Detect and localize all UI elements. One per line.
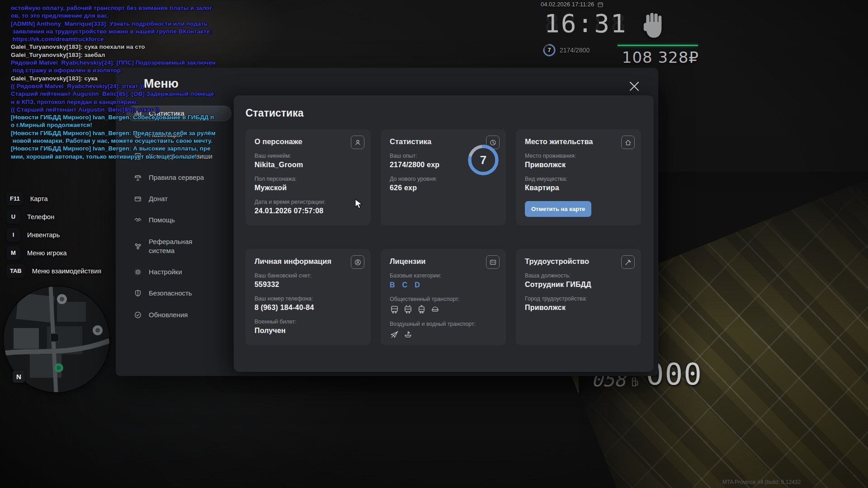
person-icon xyxy=(351,136,364,149)
house-icon xyxy=(621,136,635,149)
field-value: Мужской xyxy=(255,184,362,192)
sidebar-item-donate[interactable]: Донат xyxy=(127,191,231,206)
field-label: Город трудоустройства: xyxy=(525,296,632,302)
chat-message: остойную оплату, рабочий транспорт без в… xyxy=(11,4,216,12)
hud-clock: 88:88 16:31 xyxy=(544,11,627,36)
donate-wallet-icon xyxy=(133,194,142,203)
sidebar-item-help[interactable]: Помощь xyxy=(127,212,231,228)
field-label: Вид имущества: xyxy=(525,176,632,182)
sidebar-item-referral[interactable]: Реферальная система xyxy=(127,234,231,259)
statistics-panel: Статистика О персонаже Ваш никнейм: Niki… xyxy=(234,95,654,372)
key-badge: U xyxy=(6,210,20,224)
plane-crossed-icon xyxy=(390,329,399,339)
field-value: Приволжск xyxy=(525,161,632,169)
hud-level: 7 2174/2800 xyxy=(542,43,590,57)
air-water-licenses xyxy=(390,329,497,339)
chat-message: [Новости ГИБДД Мирного] Ivan_Bergen: А в… xyxy=(11,145,216,152)
sidebar-item-security[interactable]: Безопасность xyxy=(127,286,231,301)
referral-network-icon xyxy=(133,242,142,251)
chat-message: заявления на трудоустройство можно в наш… xyxy=(11,28,216,35)
trolleybus-icon xyxy=(403,305,413,314)
sidebar-item-settings[interactable]: Настройки xyxy=(127,264,231,280)
close-icon[interactable] xyxy=(626,78,643,95)
field-value: Nikita_Groom xyxy=(255,161,362,169)
field-label: Ваша должность: xyxy=(525,272,632,279)
field-label: Ваш банковский счет: xyxy=(255,272,362,279)
sidebar-item-label: Реферальная система xyxy=(149,237,217,256)
card-title: Лицензии xyxy=(390,257,497,266)
level-number: 7 xyxy=(467,144,500,176)
tram-icon xyxy=(417,305,426,314)
hud-level-number: 7 xyxy=(542,43,556,57)
chat-message: ов, то это предложение для вас. xyxy=(11,12,216,19)
key-badge: M xyxy=(6,246,20,260)
chat-message: https://vk.com/dreamtruckforce xyxy=(11,35,216,43)
settings-gear-icon xyxy=(133,267,142,277)
field-value: Приволжск xyxy=(525,304,632,312)
category-d: D xyxy=(415,281,420,289)
keybind-label: Меню взаимодействия xyxy=(32,267,101,275)
mark-on-map-button[interactable]: Отметить на карте xyxy=(525,201,591,217)
field-value: Сотрудник ГИБДД xyxy=(525,281,632,289)
level-progress-ring: 7 xyxy=(467,144,500,176)
sidebar-item-label: Обновления xyxy=(149,310,217,319)
ship-icon xyxy=(403,329,413,339)
field-label: Пол персонажа: xyxy=(255,176,362,182)
support-person-icon xyxy=(351,255,364,269)
page-title: Статистика xyxy=(245,107,642,119)
level-ring: 7 xyxy=(542,43,556,57)
card-title: Место жительства xyxy=(525,137,632,146)
field-label: Ваш опыт: xyxy=(390,153,458,159)
sidebar-item-rules[interactable]: Правила сервера xyxy=(127,170,231,185)
card-residence: Место жительства Место проживания: Приво… xyxy=(516,129,641,225)
keybind-label: Карта xyxy=(30,195,48,202)
security-shield-icon xyxy=(133,289,142,298)
field-label: Базовые категории: xyxy=(390,272,497,279)
chat-message: о г.Мирный продолжается! xyxy=(11,121,216,129)
fuel-pump-icon xyxy=(631,377,639,387)
chat-message: Galei_Turyanovsky[183]: заебал xyxy=(11,51,216,59)
field-value: 2174/2800 exp xyxy=(390,161,458,169)
chat-message: Galei_Turyanovsky[183]: сука поехали на … xyxy=(11,43,216,51)
field-label: Общественный транспорт: xyxy=(390,296,497,302)
chat-message: новой иномарки. Работая у нас, можете ос… xyxy=(11,137,216,145)
id-card-icon xyxy=(486,255,500,269)
key-badge: F11 xyxy=(6,192,24,206)
sidebar-item-label: Помощь xyxy=(149,216,217,225)
card-character: О персонаже Ваш никнейм: Nikita_Groom По… xyxy=(245,129,371,225)
key-badge: I xyxy=(6,228,20,242)
card-title: Трудоустройство xyxy=(525,257,632,266)
chat-message: [ADMIN] Anthony_Manrique[333]: Узнать по… xyxy=(11,20,216,28)
field-label: Воздушный и водный транспорт: xyxy=(390,321,497,327)
cap-icon xyxy=(430,305,440,314)
fist-icon xyxy=(642,12,665,42)
category-b: B xyxy=(390,281,395,289)
build-watermark: MTA Province #4 (build: 6.12432 xyxy=(722,479,801,485)
sidebar-item-label: Настройки xyxy=(149,267,217,277)
public-transport-licenses xyxy=(390,305,497,314)
sidebar-item-label: Правила сервера xyxy=(149,173,217,182)
minimap-north-badge: N xyxy=(13,371,25,383)
field-value: Получен xyxy=(255,327,362,335)
hud-money: 108 328₽ xyxy=(601,48,699,66)
money-progress-bar xyxy=(618,45,698,46)
sidebar-item-updates[interactable]: Обновления xyxy=(127,307,231,323)
chat-message: (( Рядовой Matvei_Ryabchevskiy[24]: отка… xyxy=(11,82,216,90)
field-label: Военный билет: xyxy=(255,319,362,325)
field-label: До нового уровня: xyxy=(390,176,458,182)
rules-scales-icon xyxy=(133,173,142,182)
chat-message: (( Старший лейтенант Augustin_Belic[85]:… xyxy=(11,106,216,113)
chat-log: остойную оплату, рабочий транспорт без в… xyxy=(11,4,216,160)
field-value: 626 exp xyxy=(390,184,458,192)
keybind-label: Меню игрока xyxy=(27,249,66,257)
field-label: Ваш никнейм: xyxy=(255,153,362,159)
category-c: C xyxy=(402,281,408,289)
bus-icon xyxy=(390,305,399,314)
field-value: 24.01.2026 07:57:08 xyxy=(255,207,362,215)
chat-message: Рядовой Matvei_Ryabchevskiy[24]: [ППС] П… xyxy=(11,59,216,66)
hud-exp-text: 2174/2800 xyxy=(560,47,590,54)
card-stats: Статистика Ваш опыт: 2174/2800 exp До но… xyxy=(381,129,506,225)
help-handshake-icon xyxy=(133,216,142,225)
keybind-hints: F11 Карта U Телефон I Инвентарь M Меню и… xyxy=(6,192,101,278)
chat-message: н в КПЗ, протокол передан в канцелярию. xyxy=(11,98,216,106)
